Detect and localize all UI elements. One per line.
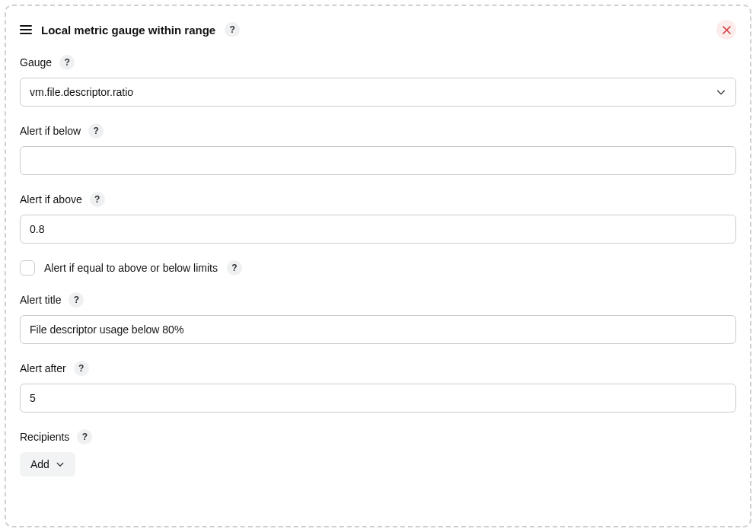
help-icon[interactable]: ? — [88, 123, 104, 139]
alert-above-label: Alert if above — [20, 193, 82, 205]
help-icon[interactable]: ? — [69, 292, 84, 307]
alert-equal-checkbox[interactable] — [20, 260, 35, 276]
alert-after-label: Alert after — [20, 362, 66, 374]
add-button-label: Add — [30, 458, 49, 470]
recipients-field: Recipients ? Add — [20, 429, 736, 476]
alert-above-field: Alert if above ? — [20, 192, 736, 244]
alert-title-input[interactable] — [20, 315, 736, 344]
gauge-label: Gauge — [20, 56, 52, 68]
alert-after-field: Alert after ? — [20, 361, 736, 413]
alert-title-label: Alert title — [20, 294, 61, 306]
alert-after-input[interactable] — [20, 384, 736, 413]
add-recipient-button[interactable]: Add — [20, 452, 75, 476]
help-icon[interactable]: ? — [74, 361, 89, 376]
close-button[interactable] — [716, 20, 736, 40]
chevron-down-icon — [56, 460, 65, 469]
alert-equal-label: Alert if equal to above or below limits — [44, 262, 218, 274]
alert-after-label-row: Alert after ? — [20, 361, 736, 376]
gauge-label-row: Gauge ? — [20, 55, 736, 70]
help-icon[interactable]: ? — [227, 260, 242, 276]
chevron-down-icon — [716, 87, 726, 97]
recipients-label: Recipients — [20, 431, 69, 443]
panel-title: Local metric gauge within range — [41, 24, 215, 37]
help-icon[interactable]: ? — [225, 22, 240, 37]
metric-gauge-panel: Local metric gauge within range ? Gauge … — [5, 5, 751, 527]
gauge-select[interactable]: vm.file.descriptor.ratio — [20, 78, 736, 107]
help-icon[interactable]: ? — [59, 55, 75, 70]
close-icon — [723, 26, 731, 34]
alert-equal-row: Alert if equal to above or below limits … — [20, 260, 736, 276]
alert-below-field: Alert if below ? — [20, 123, 736, 175]
gauge-field: Gauge ? vm.file.descriptor.ratio — [20, 55, 736, 107]
alert-above-input[interactable] — [20, 215, 736, 244]
panel-header: Local metric gauge within range ? — [20, 20, 736, 40]
gauge-select-value: vm.file.descriptor.ratio — [30, 86, 133, 98]
alert-below-input[interactable] — [20, 146, 736, 175]
alert-title-field: Alert title ? — [20, 292, 736, 344]
alert-below-label: Alert if below — [20, 125, 81, 137]
recipients-label-row: Recipients ? — [20, 429, 736, 444]
alert-above-label-row: Alert if above ? — [20, 192, 736, 207]
alert-below-label-row: Alert if below ? — [20, 123, 736, 139]
help-icon[interactable]: ? — [77, 429, 92, 444]
help-icon[interactable]: ? — [90, 192, 105, 207]
alert-title-label-row: Alert title ? — [20, 292, 736, 307]
drag-handle-icon[interactable] — [20, 25, 32, 34]
